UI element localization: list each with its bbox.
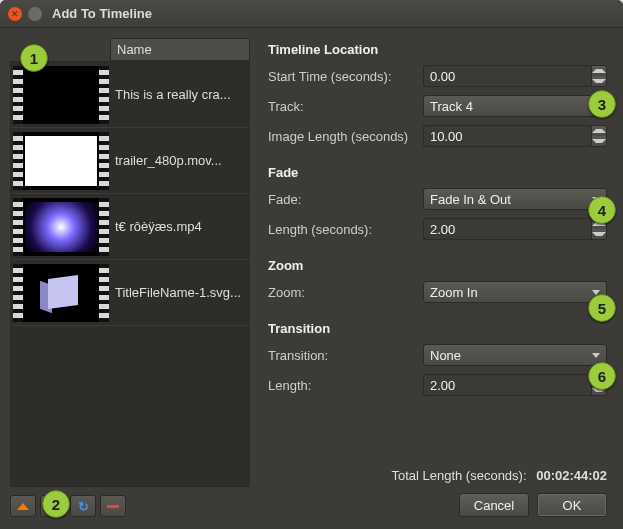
annotation-1: 1: [20, 44, 48, 72]
annotation-6: 6: [588, 362, 616, 390]
track-select[interactable]: Track 4: [423, 95, 607, 117]
annotation-2: 2: [42, 490, 70, 518]
remove-button[interactable]: [100, 495, 126, 517]
minus-icon: [107, 505, 119, 508]
transition-select[interactable]: None: [423, 344, 607, 366]
refresh-icon: ↻: [78, 499, 89, 514]
start-time-spinbox[interactable]: 0.00: [423, 65, 607, 87]
fade-length-label: Length (seconds):: [268, 222, 423, 237]
chevron-down-icon: [592, 353, 600, 358]
fade-length-spinbox[interactable]: 2.00: [423, 218, 607, 240]
cancel-button[interactable]: Cancel: [459, 493, 529, 517]
fade-length-value[interactable]: 2.00: [423, 218, 591, 240]
list-item-label: TitleFileName-1.svg...: [115, 285, 241, 300]
total-length-value: 00:02:44:02: [536, 468, 607, 483]
fade-label: Fade:: [268, 192, 423, 207]
list-item[interactable]: This is a really cra...: [11, 62, 249, 128]
shuffle-button[interactable]: ↻: [70, 495, 96, 517]
list-item[interactable]: t€ rôèÿæs.mp4: [11, 194, 249, 260]
transition-length-spinbox[interactable]: 2.00: [423, 374, 607, 396]
list-item-label: This is a really cra...: [115, 87, 231, 102]
list-item-label: trailer_480p.mov...: [115, 153, 222, 168]
zoom-select[interactable]: Zoom In: [423, 281, 607, 303]
thumbnail: [13, 264, 109, 322]
image-length-label: Image Length (seconds): [268, 129, 423, 144]
thumbnail: [13, 198, 109, 256]
close-icon[interactable]: ✕: [8, 7, 22, 21]
transition-length-label: Length:: [268, 378, 423, 393]
transition-length-value[interactable]: 2.00: [423, 374, 591, 396]
window-title: Add To Timeline: [52, 6, 152, 21]
section-timeline-location: Timeline Location: [268, 42, 607, 57]
zoom-label: Zoom:: [268, 285, 423, 300]
file-list[interactable]: This is a really cra... trailer_480p.mov…: [10, 61, 250, 487]
minimize-icon[interactable]: [28, 7, 42, 21]
annotation-5: 5: [588, 294, 616, 322]
section-zoom: Zoom: [268, 258, 607, 273]
thumbnail: [13, 132, 109, 190]
spin-down-icon[interactable]: [592, 76, 606, 86]
arrow-up-icon: [17, 503, 29, 510]
fade-value: Fade In & Out: [430, 192, 511, 207]
start-time-label: Start Time (seconds):: [268, 69, 423, 84]
list-item[interactable]: TitleFileName-1.svg...: [11, 260, 249, 326]
list-item[interactable]: trailer_480p.mov...: [11, 128, 249, 194]
spin-up-icon[interactable]: [592, 66, 606, 76]
total-length-label: Total Length (seconds):: [391, 468, 526, 483]
fade-select[interactable]: Fade In & Out: [423, 188, 607, 210]
transition-label: Transition:: [268, 348, 423, 363]
spin-down-icon[interactable]: [592, 229, 606, 239]
zoom-value: Zoom In: [430, 285, 478, 300]
list-item-label: t€ rôèÿæs.mp4: [115, 219, 202, 234]
transition-value: None: [430, 348, 461, 363]
section-transition: Transition: [268, 321, 607, 336]
move-up-button[interactable]: [10, 495, 36, 517]
track-value: Track 4: [430, 99, 473, 114]
list-header-name[interactable]: Name: [110, 38, 250, 61]
dialog-window: ✕ Add To Timeline Name This is a really …: [0, 0, 623, 529]
ok-button[interactable]: OK: [537, 493, 607, 517]
image-length-spinbox[interactable]: 10.00: [423, 125, 607, 147]
annotation-3: 3: [588, 90, 616, 118]
thumbnail: [13, 66, 109, 124]
spin-up-icon[interactable]: [592, 126, 606, 136]
annotation-4: 4: [588, 196, 616, 224]
track-label: Track:: [268, 99, 423, 114]
image-length-value[interactable]: 10.00: [423, 125, 591, 147]
spin-down-icon[interactable]: [592, 136, 606, 146]
start-time-value[interactable]: 0.00: [423, 65, 591, 87]
titlebar: ✕ Add To Timeline: [0, 0, 623, 28]
section-fade: Fade: [268, 165, 607, 180]
